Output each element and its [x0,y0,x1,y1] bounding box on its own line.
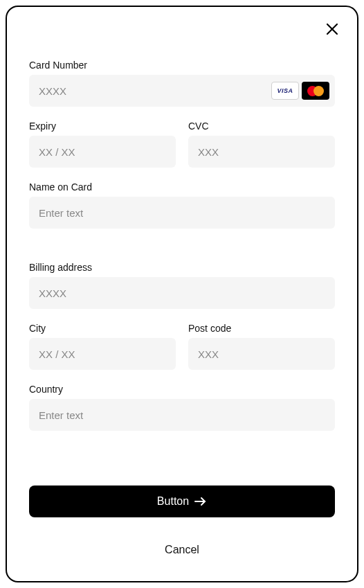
city-input-wrap [29,338,176,370]
city-label: City [29,323,176,334]
postcode-input[interactable] [198,338,325,370]
payment-modal: Card Number VISA Expiry [6,6,358,582]
close-button[interactable] [324,21,340,37]
card-number-input-wrap: VISA [29,75,335,107]
card-number-field: Card Number VISA [29,60,335,107]
country-field: Country [29,384,335,431]
expiry-field: Expiry [29,121,176,168]
cvc-input-wrap [188,136,335,168]
arrow-right-icon [194,497,207,506]
close-icon [326,23,338,35]
cancel-button[interactable]: Cancel [29,531,335,559]
billing-address-input[interactable] [39,277,325,309]
expiry-label: Expiry [29,121,176,132]
cvc-label: CVC [188,121,335,132]
name-field: Name on Card [29,181,335,229]
city-input[interactable] [39,338,166,370]
postcode-label: Post code [188,323,335,334]
submit-button-label: Button [157,495,189,508]
mastercard-icon [302,82,329,100]
country-input-wrap [29,399,335,431]
country-label: Country [29,384,335,395]
name-input[interactable] [39,197,325,229]
cancel-button-label: Cancel [165,544,199,555]
cvc-input[interactable] [198,136,325,168]
country-input[interactable] [39,399,325,431]
submit-button[interactable]: Button [29,485,335,517]
postcode-field: Post code [188,323,335,370]
expiry-input-wrap [29,136,176,168]
payment-form: Card Number VISA Expiry [29,60,335,559]
cvc-field: CVC [188,121,335,168]
billing-input-wrap [29,277,335,309]
name-input-wrap [29,197,335,229]
city-field: City [29,323,176,370]
billing-label: Billing address [29,262,335,273]
card-brand-icons: VISA [271,82,329,100]
billing-field: Billing address [29,262,335,309]
card-number-label: Card Number [29,60,335,71]
expiry-cvc-row: Expiry CVC [29,121,335,168]
visa-icon: VISA [271,82,299,100]
city-postcode-row: City Post code [29,323,335,370]
name-label: Name on Card [29,181,335,193]
expiry-input[interactable] [39,136,166,168]
postcode-input-wrap [188,338,335,370]
